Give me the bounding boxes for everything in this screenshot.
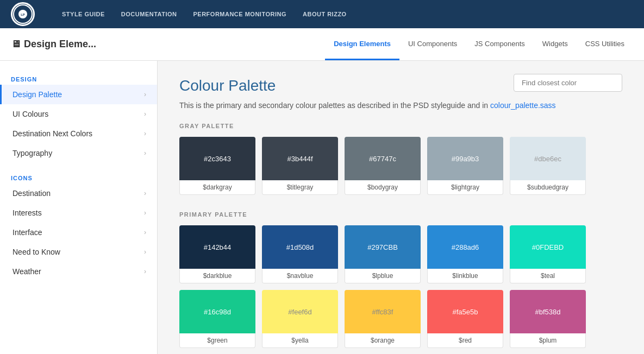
gray-palette-label: Gray Palette	[179, 123, 622, 129]
tab-widgets[interactable]: Widgets	[534, 28, 577, 60]
color-variable-name: $navblue	[262, 269, 338, 283]
sidebar-item-label: Destination Next Colors	[12, 129, 92, 138]
chevron-right-icon: ›	[144, 189, 146, 197]
color-variable-name: $lightgray	[427, 180, 503, 195]
color-variable-name: $darkgray	[179, 180, 255, 195]
sidebar-item-destination-next-colors[interactable]: Destination Next Colors ›	[0, 124, 157, 143]
color-card: #2c3643$darkgray	[179, 137, 255, 195]
sidebar-item-label: Weather	[12, 267, 41, 276]
color-variable-name: $lpblue	[345, 269, 421, 283]
search-box	[514, 74, 622, 92]
color-card: #feef6d$yella	[262, 290, 338, 348]
sidebar-section-icons: Icons	[0, 170, 157, 184]
sidebar: Design Design Palette › UI Colours › Des…	[0, 61, 158, 354]
color-card: #288ad6$linkblue	[427, 225, 503, 283]
color-card: #142b44$darkblue	[179, 225, 255, 283]
color-card: #fa5e5b$red	[427, 290, 503, 348]
color-variable-name: $green	[179, 333, 255, 348]
design-elements-icon: 🖥	[11, 39, 21, 50]
color-swatch: #142b44	[179, 225, 255, 269]
color-swatch: #dbe6ec	[510, 137, 586, 180]
main-content: Colour Palette This is the primary and s…	[158, 61, 644, 354]
sidebar-item-label: Destination	[12, 189, 51, 198]
color-swatch: #3b444f	[262, 137, 338, 180]
gray-palette-section: Gray Palette #2c3643$darkgray#3b444f$tit…	[179, 123, 622, 195]
chevron-right-icon: ›	[144, 110, 146, 118]
color-card: #0FDEBD$teal	[510, 225, 586, 283]
color-swatch: #feef6d	[262, 290, 338, 333]
page-description-text: This is the primary and secondary colour…	[179, 101, 488, 110]
color-swatch: #1d508d	[262, 225, 338, 269]
color-swatch: #297CBB	[345, 225, 421, 269]
color-swatch: #0FDEBD	[510, 225, 586, 269]
find-closest-color-input[interactable]	[514, 74, 622, 92]
tab-css-utilities[interactable]: CSS Utilities	[577, 28, 633, 60]
nav-style-guide[interactable]: Style Guide	[62, 11, 105, 17]
tab-js-components[interactable]: JS Components	[466, 28, 534, 60]
sidebar-section-design: Design	[0, 72, 157, 85]
color-card: #1d508d$navblue	[262, 225, 338, 283]
color-swatch: #288ad6	[427, 225, 503, 269]
color-swatch: #ffc83f	[345, 290, 421, 333]
color-swatch: #2c3643	[179, 137, 255, 180]
color-card: #3b444f$titlegray	[262, 137, 338, 195]
color-card: #bf538d$plum	[510, 290, 586, 348]
color-card: #ffc83f$orange	[345, 290, 421, 348]
sidebar-item-label: Interface	[12, 228, 42, 237]
sidebar-item-label: Design Palette	[12, 90, 62, 99]
color-card: #67747c$bodygray	[345, 137, 421, 195]
color-card: #99a9b3$lightgray	[427, 137, 503, 195]
tab-ui-components[interactable]: UI Components	[399, 28, 466, 60]
color-variable-name: $yella	[262, 333, 338, 348]
chevron-right-icon: ›	[144, 268, 146, 275]
color-variable-name: $red	[427, 333, 503, 348]
sidebar-item-need-to-know[interactable]: Need to Know ›	[0, 242, 157, 262]
top-navigation: LP Style Guide Documentation Performance…	[0, 0, 644, 28]
chevron-right-icon: ›	[144, 149, 146, 157]
sub-header: 🖥 Design Eleme... Design Elements UI Com…	[0, 28, 644, 61]
color-variable-name: $subduedgray	[510, 180, 586, 195]
sub-tabs: Design Elements UI Components JS Compone…	[325, 28, 633, 60]
svg-text:LP: LP	[21, 13, 25, 16]
gray-color-grid: #2c3643$darkgray#3b444f$titlegray#67747c…	[179, 137, 622, 195]
page-description: This is the primary and secondary colour…	[179, 101, 622, 110]
sidebar-item-interface[interactable]: Interface ›	[0, 223, 157, 242]
sidebar-item-weather[interactable]: Weather ›	[0, 262, 157, 281]
color-variable-name: $darkblue	[179, 269, 255, 283]
nav-about[interactable]: About Rizzo	[303, 11, 347, 17]
sidebar-item-design-palette[interactable]: Design Palette ›	[0, 85, 157, 104]
logo-circle: LP	[11, 2, 35, 26]
chevron-right-icon: ›	[144, 209, 146, 217]
sidebar-item-ui-colours[interactable]: UI Colours ›	[0, 104, 157, 124]
primary-palette-section: Primary Palette #142b44$darkblue#1d508d$…	[179, 211, 622, 348]
sidebar-item-typography[interactable]: Typography ›	[0, 143, 157, 163]
sidebar-item-destination[interactable]: Destination ›	[0, 184, 157, 203]
color-variable-name: $titlegray	[262, 180, 338, 195]
sub-header-title-text: Design Eleme...	[24, 39, 96, 50]
color-card: #16c98d$green	[179, 290, 255, 348]
color-variable-name: $plum	[510, 333, 586, 348]
nav-performance[interactable]: Performance Monitoring	[193, 11, 286, 17]
color-variable-name: $teal	[510, 269, 586, 283]
main-layout: Design Design Palette › UI Colours › Des…	[0, 61, 644, 354]
chevron-right-icon: ›	[144, 130, 146, 137]
sidebar-item-label: Typography	[12, 149, 52, 157]
color-swatch: #bf538d	[510, 290, 586, 333]
color-variable-name: $bodygray	[345, 180, 421, 195]
sidebar-item-label: Need to Know	[12, 248, 60, 256]
color-swatch: #99a9b3	[427, 137, 503, 180]
color-swatch: #16c98d	[179, 290, 255, 333]
colour-palette-link[interactable]: colour_palette.sass	[490, 101, 556, 110]
color-card: #297CBB$lpblue	[345, 225, 421, 283]
primary-color-grid: #142b44$darkblue#1d508d$navblue#297CBB$l…	[179, 225, 622, 348]
logo[interactable]: LP	[11, 2, 35, 26]
color-swatch: #67747c	[345, 137, 421, 180]
page-breadcrumb: 🖥 Design Eleme...	[11, 39, 96, 50]
chevron-right-icon: ›	[144, 91, 146, 98]
sidebar-item-label: UI Colours	[12, 110, 48, 118]
nav-documentation[interactable]: Documentation	[121, 11, 177, 17]
color-variable-name: $orange	[345, 333, 421, 348]
tab-design-elements[interactable]: Design Elements	[325, 28, 399, 60]
sidebar-item-interests[interactable]: Interests ›	[0, 203, 157, 223]
sidebar-item-label: Interests	[12, 208, 42, 217]
